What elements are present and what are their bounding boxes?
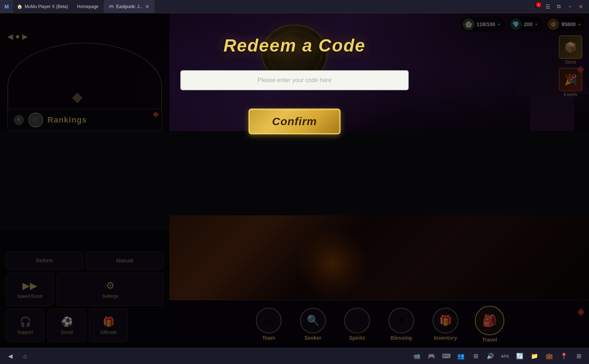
- tb-back-button[interactable]: ◀: [4, 350, 17, 363]
- close-button[interactable]: ✕: [576, 1, 586, 12]
- homepage-tab[interactable]: Homepage: [72, 4, 104, 9]
- titlebar: M 🏠 MuMu Player X (Beta) Homepage 🎮 East…: [0, 0, 589, 13]
- game-area: ◀ ● ▶ 5 Rankings 🌸 118/100 + 💎 200 + ⚙ 9…: [0, 13, 589, 348]
- tb-window-button[interactable]: ⊞: [469, 350, 482, 363]
- app-name-label: MuMu Player X (Beta): [25, 4, 68, 9]
- confirm-button[interactable]: Confirm: [248, 109, 341, 134]
- minimize-button[interactable]: −: [565, 1, 575, 12]
- tb-wallet-button[interactable]: 💼: [543, 350, 556, 363]
- restore-button[interactable]: ⧉: [554, 1, 564, 12]
- tab-close-icon[interactable]: ✕: [145, 4, 149, 10]
- dialog-header: Redeem a Code: [223, 35, 366, 56]
- dialog-input-area: [180, 70, 409, 90]
- home-icon: 🏠: [17, 4, 22, 9]
- mail-badge: 1: [536, 2, 541, 7]
- tb-home-button[interactable]: ⌂: [18, 350, 32, 363]
- tb-rotate-button[interactable]: 🔄: [513, 350, 526, 363]
- confirm-label: Confirm: [272, 115, 317, 128]
- tb-keyboard-button[interactable]: ⌨: [440, 350, 453, 363]
- app-name-section: 🏠 MuMu Player X (Beta): [13, 4, 72, 9]
- code-input[interactable]: [180, 70, 409, 90]
- dialog-overlay: Redeem a Code Confirm: [0, 13, 589, 348]
- app-logo: M: [0, 0, 13, 13]
- homepage-label: Homepage: [77, 4, 99, 9]
- tb-layout-button[interactable]: ⊞: [572, 350, 585, 363]
- tb-camera-button[interactable]: 📹: [410, 350, 423, 363]
- tb-gamepad-button[interactable]: 🎮: [425, 350, 438, 363]
- game-tab-label: Eastpunk: J...: [116, 4, 143, 9]
- tb-folder-button[interactable]: 📁: [528, 350, 541, 363]
- window-controls: ✉ 1 ☰ ⧉ − ✕: [532, 1, 589, 12]
- menu-button[interactable]: ☰: [543, 1, 553, 12]
- dialog-title: Redeem a Code: [223, 35, 366, 56]
- os-taskbar: ◀ ⌂ 📹 🎮 ⌨ 👥 ⊞ 🔊 APK 🔄 📁 💼 📍 ⊞: [0, 348, 589, 364]
- close-icon: ✕: [579, 4, 583, 10]
- menu-icon: ☰: [546, 4, 550, 10]
- restore-icon: ⧉: [557, 3, 561, 10]
- tb-apk-button[interactable]: APK: [498, 350, 512, 363]
- tb-location-button[interactable]: 📍: [557, 350, 571, 363]
- tb-volume-button[interactable]: 🔊: [484, 350, 497, 363]
- game-tab[interactable]: 🎮 Eastpunk: J... ✕: [104, 0, 155, 13]
- tb-users-button[interactable]: 👥: [454, 350, 468, 363]
- minimize-icon: −: [568, 4, 571, 10]
- mail-button[interactable]: ✉ 1: [532, 1, 542, 12]
